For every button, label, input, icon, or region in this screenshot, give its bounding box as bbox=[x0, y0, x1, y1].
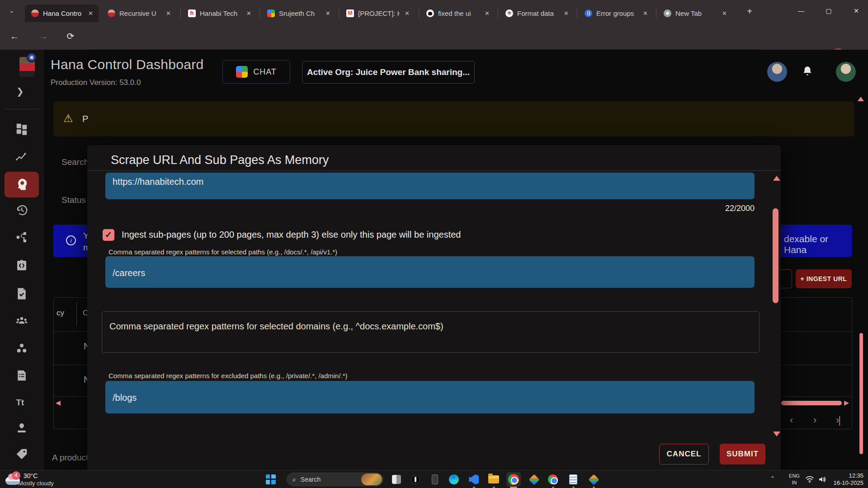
wifi-icon[interactable] bbox=[805, 475, 814, 483]
tab-divider bbox=[498, 8, 498, 18]
sidebar-item-users[interactable] bbox=[15, 314, 28, 328]
tab-close-icon[interactable]: ✕ bbox=[404, 10, 410, 17]
sidebar-item-files[interactable] bbox=[15, 369, 28, 382]
taskbar-app-notepad[interactable] bbox=[566, 472, 580, 487]
svg-text:Tt: Tt bbox=[16, 398, 24, 407]
page-scrollbar-thumb[interactable] bbox=[859, 333, 863, 454]
url-value: https://hanabitech.com bbox=[113, 177, 203, 187]
tab-close-icon[interactable]: ✕ bbox=[563, 10, 570, 17]
sidebar-item-history[interactable] bbox=[15, 203, 28, 217]
browser-tab-3[interactable]: Hanabi Tech ✕ bbox=[182, 5, 259, 22]
selected-paths-textarea[interactable]: /careers bbox=[105, 256, 755, 288]
sidebar-item-clusters[interactable] bbox=[15, 342, 28, 355]
active-org-selector[interactable]: Active Org: Juice Power Bank sharing... bbox=[302, 61, 475, 84]
cancel-button[interactable]: CANCEL bbox=[659, 444, 709, 465]
back-button[interactable]: ← bbox=[8, 30, 21, 42]
sidebar: ▣ ❯ bbox=[0, 50, 43, 470]
dashboard-page: ▣ ❯ bbox=[0, 50, 868, 470]
maximize-button[interactable]: ▢ bbox=[822, 5, 835, 17]
scroll-left-arrow[interactable]: ◀ bbox=[56, 399, 61, 406]
chat-button[interactable]: CHAT bbox=[222, 60, 290, 84]
volume-icon[interactable] bbox=[818, 475, 827, 483]
checkbox-label[interactable]: Ingest sub-pages (up to 200 pages, max d… bbox=[122, 230, 461, 240]
sidebar-item-tags[interactable] bbox=[15, 447, 28, 461]
start-button[interactable] bbox=[266, 474, 276, 484]
clock[interactable]: 12:35 16-10-2025 bbox=[831, 472, 863, 487]
excluded-paths-textarea[interactable]: /blogs bbox=[105, 381, 755, 413]
sidebar-expand-icon[interactable]: ❯ bbox=[16, 86, 24, 97]
close-window-button[interactable]: ✕ bbox=[849, 5, 863, 17]
weather-description[interactable]: Mostly cloudy bbox=[18, 480, 54, 487]
selected-domains-input[interactable] bbox=[102, 311, 760, 353]
taskbar-app-diamond-1[interactable] bbox=[527, 472, 541, 487]
browser-tab-9[interactable]: New Tab ✕ bbox=[657, 5, 733, 22]
text-format-icon: Tt bbox=[15, 396, 28, 409]
users-group-icon bbox=[15, 314, 28, 328]
new-tab-button[interactable]: + bbox=[744, 6, 755, 18]
taskbar-app-edge[interactable] bbox=[447, 472, 461, 487]
tab-close-icon[interactable]: ✕ bbox=[721, 10, 728, 17]
taskbar-app-dark-circle[interactable] bbox=[408, 472, 423, 487]
tab-divider bbox=[419, 8, 419, 18]
taskbar-app-file-explorer[interactable] bbox=[486, 472, 501, 487]
taskbar-app-widgets[interactable] bbox=[389, 472, 404, 487]
url-textarea[interactable]: https://hanabitech.com bbox=[105, 173, 755, 199]
language-indicator[interactable]: ENGIN bbox=[787, 473, 802, 486]
tab-close-icon[interactable]: ✕ bbox=[245, 10, 252, 17]
browser-tab-5[interactable]: [PROJECT]: H ✕ bbox=[340, 5, 418, 22]
sidebar-item-typography[interactable]: Tt bbox=[15, 396, 28, 409]
horizontal-scrollbar-thumb[interactable] bbox=[781, 401, 842, 405]
page-scroll-up-arrow[interactable] bbox=[858, 97, 864, 101]
browser-tab-7[interactable]: Format data ✕ bbox=[499, 5, 576, 22]
pagination-last-icon[interactable]: ›| bbox=[836, 414, 840, 426]
sidebar-item-memory-active[interactable] bbox=[5, 172, 39, 197]
tab-close-icon[interactable]: ✕ bbox=[642, 10, 649, 17]
header-avatar-1[interactable] bbox=[767, 62, 787, 82]
dialog-scroll-down-arrow[interactable] bbox=[773, 432, 780, 436]
sidebar-item-dashboard[interactable] bbox=[15, 122, 28, 136]
scroll-right-arrow[interactable]: ▶ bbox=[844, 399, 849, 406]
taskbar-app-diamond-2[interactable] bbox=[586, 472, 601, 487]
taskbar-app-chrome-2[interactable] bbox=[546, 472, 560, 487]
tab-search-button[interactable]: ⌄ bbox=[5, 5, 18, 17]
pagination-prev-icon[interactable]: ‹ bbox=[790, 414, 793, 426]
sidebar-item-analytics[interactable] bbox=[15, 150, 28, 164]
tab-close-icon[interactable]: ✕ bbox=[165, 10, 172, 17]
minimize-button[interactable]: — bbox=[794, 5, 808, 17]
taskbar-search[interactable]: ⌕ Search bbox=[287, 473, 383, 486]
notifications-bell-icon[interactable] bbox=[802, 65, 813, 77]
tab-close-icon[interactable]: ✕ bbox=[484, 10, 491, 17]
browser-tab-4[interactable]: Srujeeth Ch ✕ bbox=[261, 5, 338, 22]
location-stamp-icon bbox=[15, 421, 28, 435]
browser-tab-1[interactable]: Hana Contro ✕ bbox=[25, 5, 99, 22]
submit-button[interactable]: SUBMIT bbox=[720, 444, 765, 465]
browser-tab-8[interactable]: Error groups ✕ bbox=[578, 5, 655, 22]
tab-divider bbox=[259, 8, 260, 18]
tab-divider bbox=[180, 8, 181, 18]
header-avatar-2[interactable] bbox=[836, 62, 856, 82]
weather-temperature[interactable]: 30°C bbox=[24, 472, 38, 479]
dialog-scrollbar-thumb[interactable] bbox=[773, 208, 778, 303]
forward-button[interactable]: → bbox=[37, 30, 50, 42]
reload-button[interactable]: ⟳ bbox=[64, 30, 77, 42]
tray-overflow-chevron[interactable]: ⌃ bbox=[770, 475, 775, 482]
tab-close-icon[interactable]: ✕ bbox=[325, 10, 331, 17]
code-box-icon bbox=[15, 258, 28, 272]
sidebar-item-tasks[interactable] bbox=[15, 287, 28, 300]
sidebar-item-code[interactable] bbox=[15, 258, 28, 272]
taskbar-app-chrome-active[interactable] bbox=[506, 472, 521, 487]
pagination-next-icon[interactable]: › bbox=[813, 414, 816, 426]
browser-tab-6[interactable]: fixed the ui ✕ bbox=[420, 5, 497, 22]
ingest-subpages-checkbox[interactable]: ✓ bbox=[103, 229, 114, 241]
sidebar-item-location[interactable] bbox=[15, 421, 28, 435]
ingest-url-button[interactable]: + INGEST URL bbox=[796, 269, 852, 288]
tab-close-icon[interactable]: ✕ bbox=[87, 10, 94, 17]
search-label: Search bbox=[61, 157, 89, 167]
taskbar-app-vscode[interactable] bbox=[467, 472, 481, 487]
dialog-scroll-up-arrow[interactable] bbox=[773, 176, 780, 181]
excluded-paths-value: /blogs bbox=[113, 393, 137, 403]
browser-tab-2[interactable]: Recursive U ✕ bbox=[101, 5, 179, 22]
taskbar-app-phone-link[interactable] bbox=[428, 472, 442, 487]
sidebar-item-connections[interactable] bbox=[15, 230, 28, 244]
warning-banner: ⚠ P bbox=[53, 101, 854, 136]
